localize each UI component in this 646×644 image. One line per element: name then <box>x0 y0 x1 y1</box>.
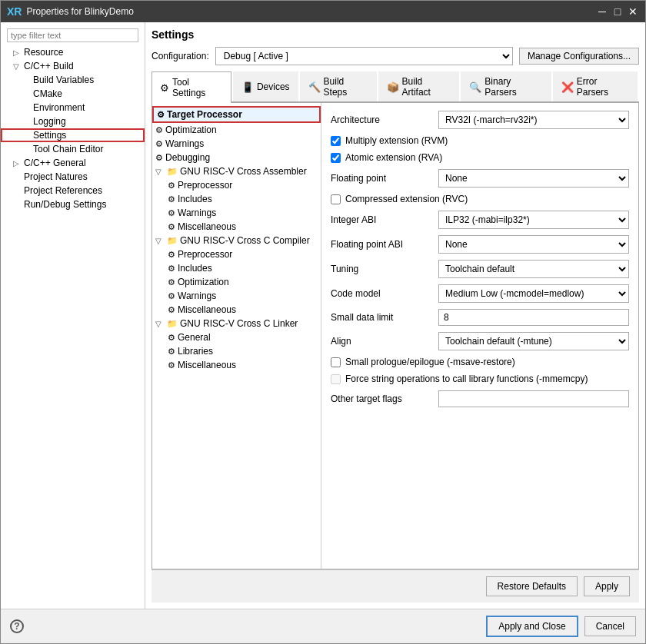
compressed-row: Compressed extension (RVC) <box>331 194 629 204</box>
code-model-row: Code model Medium Low (-mcmodel=medlow) <box>331 284 629 303</box>
arrow-icon: ▽ <box>155 237 165 245</box>
tab-label: Devices <box>257 81 290 92</box>
sidebar-item-label: Tool Chain Editor <box>33 144 103 154</box>
align-label: Align <box>331 336 438 347</box>
config-select[interactable]: Debug [ Active ] <box>215 47 513 65</box>
tree-node-misc-cc[interactable]: ⚙ Miscellaneous <box>152 303 321 317</box>
tree-node-preprocessor-asm[interactable]: ⚙ Preprocessor <box>152 178 321 192</box>
floating-point-select[interactable]: None <box>438 169 629 188</box>
integer-abi-select[interactable]: ILP32 (-mabi=ilp32*) <box>438 211 629 229</box>
tree-node-libraries-linker[interactable]: ⚙ Libraries <box>152 344 321 358</box>
align-row: Align Toolchain default (-mtune) <box>331 332 629 350</box>
sidebar-item-cpp-build[interactable]: ▽ C/C++ Build <box>1 59 145 73</box>
tab-error-parsers[interactable]: ❌ Error Parsers <box>553 71 638 101</box>
maximize-button[interactable]: □ <box>611 5 624 18</box>
panel-body: ⚙ Target Processor ⚙ Optimization ⚙ Warn… <box>152 103 639 569</box>
tree-node-label: Warnings <box>178 290 216 301</box>
tree-node-label: Miscellaneous <box>178 360 236 370</box>
error-parsers-icon: ❌ <box>561 81 574 93</box>
tree-node-label: Libraries <box>178 346 213 357</box>
gear-icon: ⚙ <box>155 153 163 163</box>
sidebar-item-cpp-general[interactable]: ▷ C/C++ General <box>1 156 145 170</box>
app-icon: XR <box>7 5 22 18</box>
sidebar-item-logging[interactable]: Logging <box>1 115 145 128</box>
other-flags-input[interactable] <box>438 390 629 407</box>
minimize-button[interactable]: ─ <box>596 5 608 18</box>
manage-configurations-button[interactable]: Manage Configurations... <box>519 48 639 65</box>
architecture-label: Architecture <box>331 115 438 125</box>
sidebar-item-label: C/C++ Build <box>24 61 74 71</box>
tuning-select[interactable]: Toolchain default <box>438 260 629 278</box>
atomic-row: Atomic extension (RVA) <box>331 152 629 163</box>
tree-node-preprocessor-cc[interactable]: ⚙ Preprocessor <box>152 247 321 261</box>
sidebar-item-label: Logging <box>33 116 66 127</box>
filter-input[interactable] <box>7 28 138 42</box>
small-prologue-row: Small prologue/epilogue (-msave-restore) <box>331 357 629 367</box>
tree-node-includes-cc[interactable]: ⚙ Includes <box>152 261 321 275</box>
tree-node-optimization[interactable]: ⚙ Optimization <box>152 123 321 137</box>
floating-abi-select[interactable]: None <box>438 235 629 254</box>
restore-defaults-button[interactable]: Restore Defaults <box>486 576 578 596</box>
sidebar-item-project-natures[interactable]: Project Natures <box>1 170 145 184</box>
folder-icon: 📁 <box>167 236 178 246</box>
multiply-checkbox[interactable] <box>331 136 341 146</box>
tree-node-warnings-cc[interactable]: ⚙ Warnings <box>152 289 321 303</box>
tree-node-debugging[interactable]: ⚙ Debugging <box>152 151 321 164</box>
sidebar-item-label: Project References <box>24 185 102 196</box>
tree-node-gnu-assembler[interactable]: ▽ 📁 GNU RISC-V Cross Assembler <box>152 164 321 178</box>
architecture-select[interactable]: RV32I (-march=rv32i*) <box>438 111 629 129</box>
tree-node-warnings[interactable]: ⚙ Warnings <box>152 137 321 151</box>
force-string-checkbox[interactable] <box>331 374 341 384</box>
sidebar-item-label: Run/Debug Settings <box>24 199 106 210</box>
tree-node-target-processor[interactable]: ⚙ Target Processor <box>152 106 321 123</box>
tree-node-label: Includes <box>178 194 212 204</box>
sidebar-item-environment[interactable]: Environment <box>1 101 145 115</box>
tab-build-artifact[interactable]: 📦 Build Artifact <box>378 71 460 101</box>
tuning-row: Tuning Toolchain default <box>331 260 629 278</box>
tree-node-label: Warnings <box>165 138 204 149</box>
tab-tool-settings[interactable]: ⚙ Tool Settings <box>152 71 231 103</box>
tree-node-misc-linker[interactable]: ⚙ Miscellaneous <box>152 358 321 372</box>
sidebar-item-settings[interactable]: Settings <box>1 128 145 142</box>
atomic-checkbox[interactable] <box>331 153 341 163</box>
tree-node-label: General <box>178 332 211 343</box>
tree-node-general-linker[interactable]: ⚙ General <box>152 330 321 344</box>
tab-binary-parsers[interactable]: 🔍 Binary Parsers <box>461 71 551 101</box>
sidebar-item-label: Project Natures <box>24 171 88 182</box>
tree-node-optimization-cc[interactable]: ⚙ Optimization <box>152 275 321 289</box>
apply-button[interactable]: Apply <box>584 576 630 596</box>
small-prologue-checkbox[interactable] <box>331 357 341 367</box>
gear-icon: ⚙ <box>168 291 175 301</box>
title-bar-controls: ─ □ ✕ <box>596 5 639 18</box>
help-icon[interactable]: ? <box>10 619 24 633</box>
tree-node-label: Debugging <box>165 152 210 163</box>
sidebar-item-label: C/C++ General <box>24 158 86 168</box>
sidebar-item-cmake[interactable]: CMake <box>1 87 145 101</box>
tree-node-gnu-linker[interactable]: ▽ 📁 GNU RISC-V Cross C Linker <box>152 317 321 330</box>
tree-node-includes-asm[interactable]: ⚙ Includes <box>152 192 321 206</box>
close-button[interactable]: ✕ <box>627 5 639 18</box>
arrow-icon: ▽ <box>13 62 22 71</box>
tab-devices[interactable]: 📱 Devices <box>233 71 298 101</box>
code-model-select[interactable]: Medium Low (-mcmodel=medlow) <box>438 284 629 303</box>
tree-node-gnu-compiler[interactable]: ▽ 📁 GNU RISC-V Cross C Compiler <box>152 234 321 247</box>
tree-node-label: Preprocessor <box>178 249 232 260</box>
cancel-button[interactable]: Cancel <box>584 616 636 636</box>
gear-icon: ⚙ <box>168 347 175 357</box>
sidebar-item-resource[interactable]: ▷ Resource <box>1 45 145 59</box>
tree-node-misc-asm[interactable]: ⚙ Miscellaneous <box>152 220 321 234</box>
tab-label: Binary Parsers <box>484 76 542 98</box>
compressed-checkbox[interactable] <box>331 194 341 204</box>
gear-icon: ⚙ <box>168 250 175 260</box>
sidebar-item-toolchain-editor[interactable]: Tool Chain Editor <box>1 142 145 156</box>
sidebar-item-project-references[interactable]: Project References <box>1 184 145 198</box>
apply-and-close-button[interactable]: Apply and Close <box>486 616 578 637</box>
multiply-label: Multiply extension (RVM) <box>345 135 448 146</box>
gear-icon: ⚙ <box>157 110 165 120</box>
small-data-input[interactable] <box>438 309 629 326</box>
sidebar-item-run-debug[interactable]: Run/Debug Settings <box>1 198 145 211</box>
sidebar-item-build-variables[interactable]: Build Variables <box>1 73 145 87</box>
tab-build-steps[interactable]: 🔨 Build Steps <box>300 71 377 101</box>
align-select[interactable]: Toolchain default (-mtune) <box>438 332 629 350</box>
tree-node-warnings-asm[interactable]: ⚙ Warnings <box>152 206 321 220</box>
